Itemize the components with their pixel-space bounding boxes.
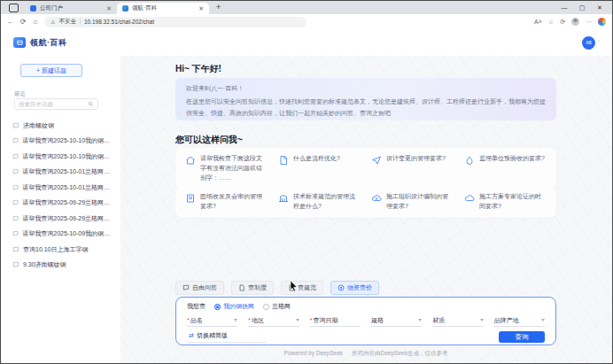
chat-bubble-icon: [12, 153, 19, 160]
chat-bubble-icon: [12, 246, 19, 253]
field-query-date[interactable]: *查询日期: [310, 314, 361, 327]
tab-close-icon[interactable]: ✕: [198, 5, 204, 12]
history-item[interactable]: 请帮我查询2025-10-10我的钢铁网...: [9, 134, 116, 150]
chat-icon: [182, 284, 190, 291]
suggestion-row: 请帮我检查下面这段文字有没有语法问题或错别字：…… 什么是流程优化? 设计变更的…: [175, 148, 556, 190]
maximize-button[interactable]: ▢: [573, 4, 591, 12]
suggestion-card[interactable]: 请帮我检查下面这段文字有没有语法问题或错别字：……: [182, 152, 270, 185]
powered-by-label: Powered by DeepSeek: [284, 350, 344, 358]
greeting-title: Hi~ 下午好!: [175, 63, 221, 75]
suggestion-card[interactable]: 图纸收发及会审的管理要求?: [182, 190, 270, 213]
tab-check-policy[interactable]: 查制度: [231, 281, 274, 295]
user-menu[interactable]: AB ˇ: [582, 36, 600, 50]
tab-close-icon[interactable]: ✕: [106, 5, 112, 12]
source-radio-mysteel[interactable]: 我的钢铁网: [214, 302, 254, 311]
history-list: 济南螺纹钢 请帮我查询2025-10-10我的钢铁网... 请帮我查询2025-…: [9, 118, 116, 273]
water-drop-icon: [464, 155, 475, 166]
history-item[interactable]: 请帮我查询2025-10-01兰格网唐山...: [9, 180, 116, 196]
sync-icon[interactable]: ⟳: [560, 19, 565, 25]
page-footer: Powered by DeepSeek 所有内容由DeepSeek生成，仅供参考: [175, 350, 556, 358]
toggle-simple-mode[interactable]: ⇄ 切换精简版: [187, 331, 267, 343]
window-controls: — ▢ ✕: [555, 1, 609, 14]
chat-bubble-icon: [12, 184, 19, 191]
suggestion-card[interactable]: 施工组织设计编制的管理要求?: [369, 190, 456, 213]
recent-label: 最近: [14, 90, 26, 98]
field-brand-origin[interactable]: 品牌产地: [494, 314, 545, 327]
chat-bubble-icon: [12, 122, 19, 129]
chat-bubble-icon: [12, 215, 19, 222]
tab-check-standard[interactable]: 查规范: [281, 281, 323, 295]
required-asterisk: *: [310, 317, 313, 323]
url-text: 10.198.32.51/chat-202/chat: [84, 19, 154, 25]
chat-bubble-icon: [12, 230, 19, 237]
copilot-icon[interactable]: [598, 18, 606, 26]
bridge-icon: [278, 193, 289, 204]
suggestion-card[interactable]: 施工方案专家论证的时间要求?: [462, 190, 549, 213]
radio-selected-icon: [214, 304, 221, 310]
main-content: Hi~ 下午好! 欢迎来到八一·百科！ 在这里您可以安全问答知识信息，快速找到您…: [120, 56, 612, 363]
switch-icon: ⇄: [189, 332, 194, 339]
history-item[interactable]: 请帮我查询2025-10-10我的钢铁网...: [9, 149, 116, 165]
tab-favicon-wiki: [122, 5, 128, 12]
new-topic-button[interactable]: + 新建话题: [20, 64, 82, 77]
suggestion-card[interactable]: 监理单位预验收的要求?: [462, 152, 549, 185]
chat-bubble-icon: [12, 261, 19, 268]
home-icon[interactable]: ⌂: [29, 18, 42, 26]
new-topic-label: 新建话题: [42, 66, 66, 75]
refresh-icon[interactable]: ⟳: [17, 18, 29, 26]
field-region[interactable]: *地区: [248, 314, 299, 327]
browser-tab-strip: 公司门户 ✕ 领航·百科 ✕ + — ▢ ✕: [1, 1, 612, 14]
document-icon: [185, 193, 196, 204]
welcome-body: 在这里您可以安全问答知识信息，快速找到您需要的标准规范条文，无论您是建筑师、设计…: [186, 96, 546, 120]
browser-profile-avatar[interactable]: [571, 18, 579, 26]
browser-window: 公司门户 ✕ 领航·百科 ✕ + — ▢ ✕ ← ⟳ ⌂ ⚠ 不安全 10.19…: [0, 0, 613, 364]
app-header: 领航·百科 AB ˇ: [1, 29, 612, 57]
address-bar[interactable]: ⚠ 不安全 10.198.32.51/chat-202/chat: [44, 17, 306, 27]
tab-free-qa[interactable]: 自由问答: [175, 281, 224, 295]
favorite-star-icon[interactable]: ☆: [548, 19, 554, 25]
more-menu-icon[interactable]: ⋯: [586, 19, 592, 25]
browser-tab-company-portal[interactable]: 公司门户 ✕: [25, 3, 117, 14]
suggestions-title: 您可以这样问我~: [175, 134, 243, 146]
chevron-down-icon: [480, 319, 484, 321]
history-item[interactable]: 请帮我查询2025-09-29兰格网包头...: [9, 211, 116, 227]
history-item[interactable]: 请帮我查询2025-09-29兰格网温州...: [9, 196, 116, 212]
radio-icon: [263, 304, 269, 310]
source-radio-lange[interactable]: 兰格网: [263, 302, 291, 311]
house-icon: [185, 155, 196, 166]
search-input[interactable]: [19, 101, 88, 107]
suggestion-card[interactable]: 技术标准规范的管理流程是什么?: [275, 190, 363, 213]
new-tab-button[interactable]: +: [216, 4, 221, 12]
app-logo-icon: [13, 37, 26, 48]
query-submit-button[interactable]: 查询: [499, 331, 545, 343]
tab-actions-icon[interactable]: [9, 4, 19, 12]
chevron-down-icon: [418, 319, 422, 321]
mode-tabs: 自由问答 查制度 查规范 物资查价: [175, 281, 379, 295]
file-icon: [278, 155, 289, 166]
browser-tab-wiki[interactable]: 领航·百科 ✕: [117, 3, 209, 14]
field-spec[interactable]: 规格: [371, 314, 422, 327]
navbar-right-icons: A˄ ☆ ⟳ ⋯: [534, 18, 612, 26]
field-product-name[interactable]: *品名: [187, 314, 237, 327]
history-search-box: [14, 98, 98, 110]
mouse-cursor: [290, 281, 299, 292]
divider: [80, 19, 81, 25]
history-item[interactable]: 9.30济南螺纹钢: [9, 258, 116, 274]
back-icon[interactable]: ←: [4, 18, 17, 26]
read-aloud-icon[interactable]: A˄: [534, 19, 542, 25]
history-item[interactable]: 请帮我查询2025-10-01兰格网唐山...: [9, 165, 116, 181]
field-material[interactable]: 材质: [432, 314, 483, 327]
chat-bubble-icon: [12, 199, 19, 206]
history-item[interactable]: 济南螺纹钢: [9, 118, 116, 134]
user-avatar[interactable]: AB: [582, 36, 595, 50]
app-title: 领航·百科: [30, 37, 67, 49]
tab-material-price[interactable]: 物资查价: [330, 281, 379, 295]
minimize-button[interactable]: —: [555, 4, 573, 11]
close-button[interactable]: ✕: [591, 4, 609, 12]
chevron-down-icon: [296, 319, 299, 321]
history-item[interactable]: 请帮我查询2025-10-09我的钢铁网...: [9, 227, 116, 243]
doc-icon: [238, 284, 245, 291]
suggestion-card[interactable]: 设计变更的管理要求?: [369, 152, 456, 185]
suggestion-card[interactable]: 什么是流程优化?: [275, 152, 363, 185]
history-item[interactable]: 查询10.10日上海工字钢: [9, 242, 116, 258]
